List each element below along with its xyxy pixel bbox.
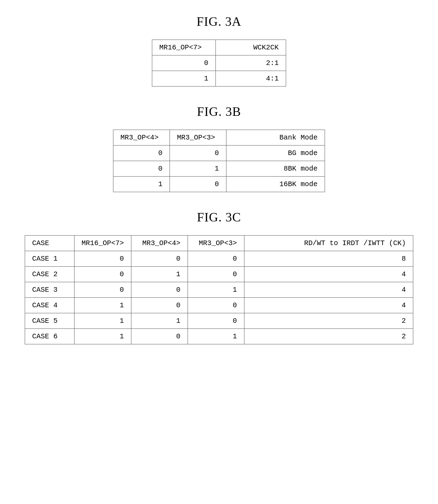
fig3a-title: FIG. 3A [196,14,241,29]
fig3a-tbody: 02:114:1 [152,55,286,87]
fig3a-section: FIG. 3A MR16_OP<7> WCK2CK 02:114:1 [7,14,431,87]
fig3c-section: FIG. 3C CASE MR16_OP<7> MR3_OP<4> MR3_OP… [7,210,431,344]
fig3c-cell-3-3: 0 [188,298,244,313]
fig3b-col2-header: MR3_OP<3> [170,130,226,146]
fig3c-cell-5-3: 1 [188,329,244,344]
table-row: CASE 41004 [25,298,413,313]
fig3c-col5-header: RD/WT to IRDT /IWTT (CK) [244,236,413,251]
fig3c-cell-1-4: 4 [244,267,413,282]
fig3b-cell-0-2: BG mode [226,146,325,161]
fig3b-table: MR3_OP<4> MR3_OP<3> Bank Mode 00BG mode0… [113,130,325,192]
fig3b-header-row: MR3_OP<4> MR3_OP<3> Bank Mode [113,130,325,146]
fig3c-cell-1-2: 1 [131,267,188,282]
fig3a-table: MR16_OP<7> WCK2CK 02:114:1 [152,40,286,87]
fig3c-table: CASE MR16_OP<7> MR3_OP<4> MR3_OP<3> RD/W… [25,235,413,344]
fig3c-header-row: CASE MR16_OP<7> MR3_OP<4> MR3_OP<3> RD/W… [25,236,413,251]
fig3c-tbody: CASE 10008CASE 20104CASE 30014CASE 41004… [25,251,413,344]
fig3b-cell-0-0: 0 [113,146,170,161]
fig3c-cell-5-2: 0 [131,329,188,344]
fig3c-cell-4-4: 2 [244,313,413,329]
fig3b-col1-header: MR3_OP<4> [113,130,170,146]
fig3b-tbody: 00BG mode018BK mode1016BK mode [113,146,325,192]
fig3c-cell-5-4: 2 [244,329,413,344]
table-row: CASE 30014 [25,282,413,298]
fig3c-cell-3-0: CASE 4 [25,298,75,313]
fig3c-col4-header: MR3_OP<3> [188,236,244,251]
fig3b-col3-header: Bank Mode [226,130,325,146]
fig3c-cell-3-1: 1 [74,298,131,313]
fig3c-title: FIG. 3C [197,210,241,225]
fig3c-cell-0-1: 0 [74,251,131,267]
fig3c-cell-1-1: 0 [74,267,131,282]
fig3b-cell-2-0: 1 [113,177,170,192]
table-row: 00BG mode [113,146,325,161]
fig3b-section: FIG. 3B MR3_OP<4> MR3_OP<3> Bank Mode 00… [7,104,431,192]
fig3c-col2-header: MR16_OP<7> [74,236,131,251]
fig3a-col1-header: MR16_OP<7> [152,40,216,55]
table-row: 1016BK mode [113,177,325,192]
table-row: CASE 10008 [25,251,413,267]
fig3c-cell-0-2: 0 [131,251,188,267]
fig3c-cell-2-2: 0 [131,282,188,298]
table-row: CASE 20104 [25,267,413,282]
fig3a-col2-header: WCK2CK [215,40,286,55]
fig3c-cell-4-1: 1 [74,313,131,329]
fig3c-cell-4-0: CASE 5 [25,313,75,329]
fig3c-cell-0-4: 8 [244,251,413,267]
fig3c-cell-4-2: 1 [131,313,188,329]
fig3a-cell-1-0: 1 [152,71,216,87]
fig3b-title: FIG. 3B [197,104,241,119]
fig3a-cell-0-0: 0 [152,55,216,71]
fig3a-cell-0-1: 2:1 [215,55,286,71]
fig3b-cell-1-2: 8BK mode [226,161,325,177]
fig3c-cell-3-2: 0 [131,298,188,313]
table-row: 02:1 [152,55,286,71]
fig3c-cell-5-0: CASE 6 [25,329,75,344]
fig3c-cell-2-4: 4 [244,282,413,298]
fig3c-cell-2-3: 1 [188,282,244,298]
fig3c-cell-0-0: CASE 1 [25,251,75,267]
fig3a-cell-1-1: 4:1 [215,71,286,87]
fig3b-cell-0-1: 0 [170,146,226,161]
fig3a-header-row: MR16_OP<7> WCK2CK [152,40,286,55]
fig3b-cell-2-1: 0 [170,177,226,192]
fig3b-cell-1-0: 0 [113,161,170,177]
fig3c-col1-header: CASE [25,236,75,251]
fig3c-col3-header: MR3_OP<4> [131,236,188,251]
fig3b-cell-1-1: 1 [170,161,226,177]
fig3b-cell-2-2: 16BK mode [226,177,325,192]
fig3c-cell-4-3: 0 [188,313,244,329]
fig3c-cell-3-4: 4 [244,298,413,313]
fig3c-cell-1-3: 0 [188,267,244,282]
fig3c-cell-1-0: CASE 2 [25,267,75,282]
fig3c-cell-5-1: 1 [74,329,131,344]
table-row: CASE 51102 [25,313,413,329]
table-row: 14:1 [152,71,286,87]
table-row: 018BK mode [113,161,325,177]
fig3c-cell-2-0: CASE 3 [25,282,75,298]
fig3c-cell-0-3: 0 [188,251,244,267]
table-row: CASE 61012 [25,329,413,344]
fig3c-cell-2-1: 0 [74,282,131,298]
